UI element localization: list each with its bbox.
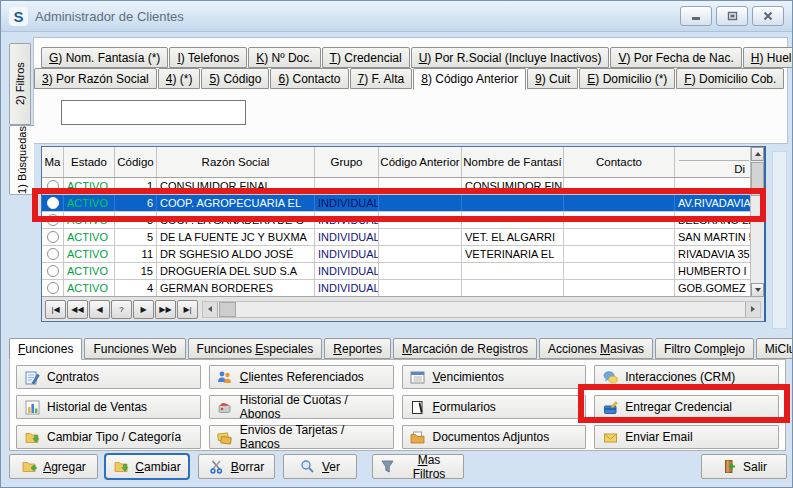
scroll-down-arrow-icon[interactable] bbox=[751, 283, 764, 297]
nav-button[interactable]: ? bbox=[111, 300, 132, 319]
row-select-radio[interactable] bbox=[42, 212, 64, 228]
nav-buttons: |◀ ◀◀ ◀ ? ▶ ▶▶ ▶| bbox=[45, 300, 199, 319]
table-row[interactable]: ACTIVO 1 CONSUMIDOR FINAL CONSUMIDOR FIN bbox=[42, 178, 764, 195]
side-tab[interactable]: 2) Filtros bbox=[9, 43, 31, 125]
action-button[interactable]: Borrar bbox=[198, 454, 275, 479]
action-button[interactable]: Cambiar bbox=[105, 454, 189, 479]
scroll-right-arrow-icon[interactable] bbox=[745, 302, 760, 317]
vertical-scrollbar[interactable] bbox=[750, 147, 764, 297]
scroll-up-arrow-icon[interactable] bbox=[751, 147, 764, 161]
row-select-radio[interactable] bbox=[42, 195, 64, 211]
search-tab[interactable]: 8) Código Anterior bbox=[413, 68, 526, 90]
titlebar[interactable]: S Administrador de Clientes bbox=[1, 1, 792, 32]
close-button[interactable] bbox=[752, 6, 784, 26]
minimize-button[interactable] bbox=[680, 6, 712, 26]
table-row[interactable]: ACTIVO 4 GERMAN BORDERES INDIVIDUAL GOB.… bbox=[42, 280, 764, 297]
horizontal-scroll-thumb[interactable] bbox=[219, 302, 236, 317]
nav-button[interactable]: ◀ bbox=[89, 300, 110, 319]
action-button[interactable]: Ver bbox=[283, 454, 357, 479]
action-button[interactable]: Mas Filtros bbox=[372, 454, 464, 479]
side-tab-label: 2) Filtros bbox=[14, 63, 26, 106]
function-tab[interactable]: Acciones Masivas bbox=[539, 338, 653, 359]
cell-estado: ACTIVO bbox=[64, 229, 115, 245]
function-tab[interactable]: Reportes bbox=[324, 338, 391, 359]
cell-contacto bbox=[564, 178, 675, 194]
row-select-radio[interactable] bbox=[42, 263, 64, 279]
search-tab[interactable]: 4) (*) bbox=[158, 68, 201, 89]
column-header-contacto[interactable]: Contacto bbox=[564, 147, 675, 177]
search-tab[interactable]: U) Por R.Social (Incluye Inactivos) bbox=[411, 47, 610, 68]
search-tab[interactable]: G) Nom. Fantasía (*) bbox=[41, 47, 168, 68]
search-tab[interactable]: 7) F. Alta bbox=[350, 68, 413, 89]
function-tab[interactable]: Marcación de Registros bbox=[393, 338, 537, 359]
search-input[interactable] bbox=[61, 100, 246, 125]
horizontal-scrollbar[interactable] bbox=[202, 301, 761, 318]
nav-button[interactable]: ▶ bbox=[133, 300, 154, 319]
search-tab[interactable]: K) Nº Doc. bbox=[248, 47, 320, 68]
radio-icon bbox=[47, 265, 59, 277]
function-tab[interactable]: Funciones bbox=[9, 338, 82, 360]
table-row[interactable]: ACTIVO 5 DE LA FUENTE JC Y BUXMA INDIVID… bbox=[42, 229, 764, 246]
search-tab[interactable]: T) Credencial bbox=[322, 47, 410, 68]
column-header-nombre-fantasia[interactable]: Nombre de Fantasí bbox=[462, 147, 564, 177]
function-tab[interactable]: MiClub.info bbox=[756, 338, 793, 359]
search-tab[interactable]: F) Domicilio Cob. bbox=[676, 68, 784, 89]
function-button[interactable]: Vencimientos bbox=[402, 365, 587, 389]
nav-button[interactable]: ◀◀ bbox=[67, 300, 88, 319]
function-tab[interactable]: Funciones Especiales bbox=[188, 338, 323, 359]
exit-button[interactable]: Salir bbox=[701, 454, 787, 479]
cell-codigo-anterior bbox=[379, 195, 462, 211]
function-button[interactable]: Formularios bbox=[402, 395, 587, 419]
restore-button[interactable] bbox=[716, 6, 748, 26]
function-button[interactable]: Historial de Ventas bbox=[16, 395, 201, 419]
table-row[interactable]: ACTIVO 15 DROGUERÍA DEL SUD S.A INDIVIDU… bbox=[42, 263, 764, 280]
search-tab[interactable]: 9) Cuit bbox=[527, 68, 578, 89]
row-select-radio[interactable] bbox=[42, 280, 64, 296]
search-tab[interactable]: V) Por Fecha de Nac. bbox=[610, 47, 741, 68]
function-tab[interactable]: Filtro Complejo bbox=[655, 338, 754, 359]
column-header-codigo[interactable]: Código bbox=[115, 147, 157, 177]
function-button[interactable]: Cambiar Tipo / Categoría bbox=[16, 425, 201, 449]
function-button[interactable]: Interacciones (CRM) bbox=[594, 365, 779, 389]
side-tab[interactable]: 1) Búsquedas bbox=[9, 125, 34, 195]
function-button[interactable]: Entregar Credencial bbox=[594, 395, 779, 419]
vertical-scroll-thumb[interactable] bbox=[751, 162, 764, 196]
action-button[interactable]: Agregar bbox=[9, 454, 98, 479]
function-button[interactable]: Documentos Adjuntos bbox=[402, 425, 587, 449]
search-tab[interactable]: H) Huella Dactilar bbox=[743, 47, 793, 68]
cell-nombre-fantasia: VETERINARIA EL bbox=[462, 246, 564, 262]
column-header-estado[interactable]: Estado bbox=[64, 147, 115, 177]
row-select-radio[interactable] bbox=[42, 229, 64, 245]
column-header-grupo[interactable]: Grupo bbox=[315, 147, 379, 177]
cell-nombre-fantasia bbox=[462, 263, 564, 279]
function-button[interactable]: Envios de Tarjetas / Bancos bbox=[209, 425, 394, 449]
search-tab[interactable]: E) Domicilio (*) bbox=[579, 68, 675, 89]
table-row[interactable]: ACTIVO 11 DR SGHESIO ALDO JOSÉ INDIVIDUA… bbox=[42, 246, 764, 263]
search-tab[interactable]: I) Telefonos bbox=[169, 47, 247, 68]
nav-button[interactable]: ▶▶ bbox=[155, 300, 176, 319]
scroll-left-arrow-icon[interactable] bbox=[203, 302, 218, 317]
table-row[interactable]: ACTIVO 6 COOP. AGROPECUARIA EL INDIVIDUA… bbox=[42, 195, 764, 212]
search-tabs-row-top: G) Nom. Fantasía (*) I) Telefonos K) Nº … bbox=[41, 47, 793, 68]
search-tab[interactable]: 3) Por Razón Social bbox=[34, 68, 157, 89]
envelope-icon bbox=[602, 430, 618, 445]
function-button[interactable]: Contratos bbox=[16, 365, 201, 389]
column-header-marca[interactable]: Ma bbox=[42, 147, 64, 177]
nav-button[interactable]: ▶| bbox=[177, 300, 198, 319]
function-button[interactable]: Enviar Email bbox=[594, 425, 779, 449]
cell-codigo: 15 bbox=[115, 263, 157, 279]
function-button[interactable]: Clientes Referenciados bbox=[209, 365, 394, 389]
function-tab[interactable]: Funciones Web bbox=[84, 338, 185, 359]
row-select-radio[interactable] bbox=[42, 178, 64, 194]
nav-button[interactable]: |◀ bbox=[45, 300, 66, 319]
column-header-razon-social[interactable]: Razón Social bbox=[157, 147, 315, 177]
bar-chart-icon bbox=[24, 400, 40, 415]
search-tab[interactable]: 6) Contacto bbox=[270, 68, 348, 89]
column-header-codigo-anterior[interactable]: Código Anterior bbox=[379, 147, 462, 177]
table-row[interactable]: ACTIVO 3 COOP. LA GANADERA DE G INDIVIDU… bbox=[42, 212, 764, 229]
action-button-label: Cambiar bbox=[135, 460, 180, 474]
row-select-radio[interactable] bbox=[42, 246, 64, 262]
search-tab[interactable]: 5) Código bbox=[201, 68, 269, 89]
function-button[interactable]: Historial de Cuotas / Abonos bbox=[209, 395, 394, 419]
function-button-label: Entregar Credencial bbox=[625, 400, 732, 414]
